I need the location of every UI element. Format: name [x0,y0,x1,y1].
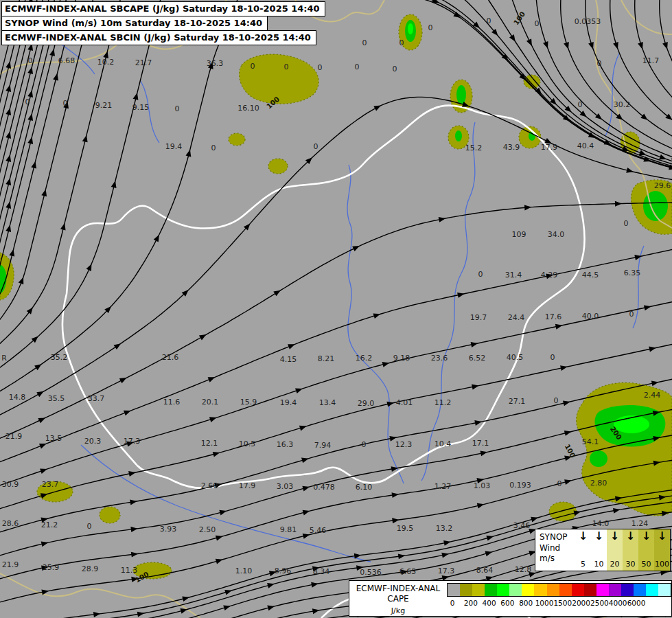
wind-speed-value: 50 [642,560,651,569]
cape-tick-label: 200 [464,599,478,607]
cape-color-swatch [509,584,522,596]
header-line-sbcin: ECMWF-INDEX-ANAL SBCIN (J/kg) Saturday 1… [1,30,316,45]
cape-tick-label: 1500 [553,599,572,607]
cape-tick-label: 800 [519,599,533,607]
cape-color-swatch [472,584,485,596]
wind-legend-title-line3: m/s [540,553,575,564]
cape-colorbar-ticks: 0200400600800100015002000250040006000 [447,599,671,609]
cape-legend: ECMWF-INDEX-ANAL CAPE J/kg 0200400600800… [349,580,672,617]
wind-legend-cell: ↓100 [654,529,670,571]
cape-core [590,450,607,467]
cape-color-swatch [547,584,559,596]
cape-color-swatch [584,584,596,596]
cape-color-swatch [596,584,609,596]
cape-bright-core [408,23,413,34]
cape-colorbar [447,583,671,597]
cape-patch [268,159,288,174]
wind-legend-title: SYNOP Wind m/s [535,529,575,571]
wind-arrow-icon: ↓ [610,531,619,542]
cape-legend-units: J/kg [352,606,444,615]
cape-legend-title-line2: CAPE [352,594,444,604]
cape-color-swatch [634,584,646,596]
wind-speed-value: 20 [610,560,620,569]
cape-tick-label: 2500 [590,599,609,607]
weather-map-app: 00.0353000006.6810.221.736.300000011.700… [0,0,672,618]
header-line-sbcape: ECMWF-INDEX-ANAL SBCAPE (J/kg) Saturday … [1,1,325,16]
cape-core [456,85,466,104]
cape-color-swatch [497,584,509,596]
cape-patch [100,507,120,523]
cape-legend-title-line1: ECMWF-INDEX-ANAL [352,584,444,594]
wind-legend: SYNOP Wind m/s ↓5↓10↓20↓30↓50↓100 [535,529,671,571]
cape-color-swatch [485,584,497,596]
cape-tick-label: 0 [450,599,455,607]
cape-tick-label: 6000 [627,599,646,607]
wind-legend-cell: ↓10 [591,529,607,571]
wind-legend-cell: ↓5 [575,529,591,571]
cape-color-swatch [658,584,671,596]
map-canvas [0,0,672,618]
cape-tick-label: 1000 [535,599,554,607]
header-line-wind: SYNOP Wind (m/s) 10m Saturday 18-10-2025… [1,16,268,31]
wind-arrow-icon: ↓ [626,531,635,542]
cape-tick-label: 400 [483,599,496,607]
cape-tick-label: 600 [500,599,514,607]
cape-legend-title: ECMWF-INDEX-ANAL CAPE [352,584,444,604]
wind-legend-cell: ↓50 [638,529,654,571]
wind-arrow-icon: ↓ [594,531,603,542]
wind-speed-value: 10 [594,560,604,569]
wind-arrow-icon: ↓ [642,531,651,542]
wind-legend-title-line2: Wind [540,543,575,554]
cape-color-swatch [646,584,658,596]
cape-patch [229,133,245,146]
cape-color-swatch [522,584,534,596]
wind-legend-title-line1: SYNOP [540,532,575,543]
cape-color-swatch [534,584,546,596]
cape-tick-label: 2000 [572,599,590,607]
wind-legend-cell: ↓20 [607,529,623,571]
wind-arrow-icon: ↓ [579,531,588,542]
cape-color-swatch [448,584,460,596]
wind-speed-value: 5 [581,560,586,569]
map-background [0,0,672,618]
wind-speed-value: 100 [655,560,669,569]
header-legend: ECMWF-INDEX-ANAL SBCAPE (J/kg) Saturday … [1,1,325,45]
wind-arrow-icon: ↓ [658,531,667,542]
cape-tick-label: 4000 [609,599,627,607]
wind-speed-value: 30 [626,560,636,569]
cape-color-swatch [572,584,584,596]
cape-core [455,130,462,141]
cape-color-swatch [559,584,572,596]
cape-color-swatch [621,584,634,596]
cape-color-swatch [460,584,472,596]
wind-legend-cells: ↓5↓10↓20↓30↓50↓100 [575,529,670,571]
wind-legend-cell: ↓30 [623,529,638,571]
cape-color-swatch [609,584,621,596]
